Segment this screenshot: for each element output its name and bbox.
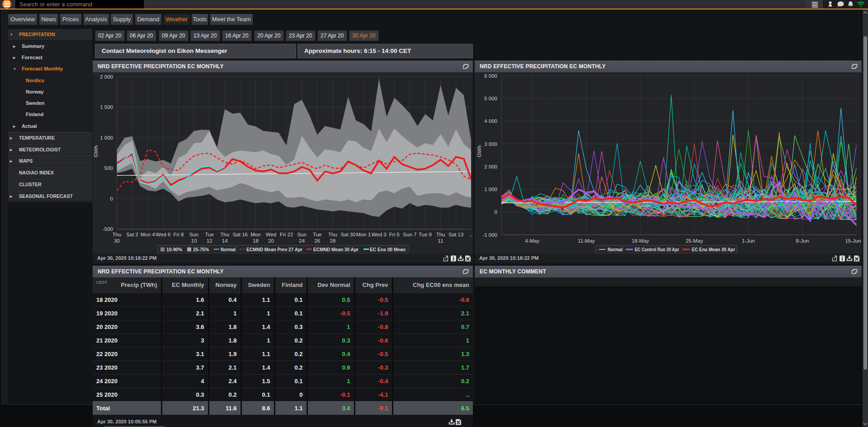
svg-text:24: 24 <box>299 238 305 244</box>
svg-text:Normal: Normal <box>608 247 623 252</box>
svg-text:11: 11 <box>438 238 443 244</box>
svg-text:Normal: Normal <box>221 247 236 252</box>
svg-text:2 000: 2 000 <box>100 74 113 80</box>
svg-text:Thu: Thu <box>328 232 337 237</box>
svg-text:25-75%: 25-75% <box>193 247 209 252</box>
svg-text:Sat 13: Sat 13 <box>448 232 463 237</box>
svg-text:500: 500 <box>104 165 113 171</box>
svg-text:ECMND Mean Prev 27 Apr: ECMND Mean Prev 27 Apr <box>246 247 302 252</box>
svg-text:Sat 16: Sat 16 <box>233 232 248 237</box>
svg-text:30: 30 <box>114 238 120 244</box>
svg-text:18-May: 18-May <box>632 238 649 244</box>
svg-text:Thu: Thu <box>220 232 229 237</box>
svg-text:6 000: 6 000 <box>484 73 497 79</box>
svg-text:ECMND Mean 30 Apr: ECMND Mean 30 Apr <box>313 247 359 252</box>
svg-text:0: 0 <box>495 209 497 215</box>
svg-text:11-May: 11-May <box>578 238 595 244</box>
svg-text:20: 20 <box>268 238 274 244</box>
svg-text:Fri 5: Fri 5 <box>389 232 400 237</box>
svg-text:26: 26 <box>314 238 320 244</box>
svg-text:1 000: 1 000 <box>100 135 113 141</box>
svg-text:4-May: 4-May <box>525 238 539 244</box>
svg-text:EC Control Run 30 Apr: EC Control Run 30 Apr <box>635 247 679 252</box>
svg-text:...: ... <box>469 232 473 237</box>
svg-text:Thu: Thu <box>436 232 445 237</box>
svg-text:Mon 4: Mon 4 <box>141 232 156 237</box>
svg-text:2 000: 2 000 <box>484 164 497 169</box>
svg-text:25-May: 25-May <box>686 238 703 244</box>
svg-text:Tue: Tue <box>313 232 321 237</box>
svg-text:-1 000: -1 000 <box>482 232 497 238</box>
svg-text:0: 0 <box>110 196 113 202</box>
svg-text:18: 18 <box>253 238 259 244</box>
svg-text:EC Ens Mean 30 Apr: EC Ens Mean 30 Apr <box>692 247 735 252</box>
svg-text:Fri 22: Fri 22 <box>280 232 293 237</box>
svg-text:Wed 3: Wed 3 <box>372 232 387 237</box>
svg-text:10-90%: 10-90% <box>166 247 183 252</box>
svg-text:14: 14 <box>222 238 228 244</box>
svg-text:10: 10 <box>191 238 197 244</box>
svg-text:1-Jun: 1-Jun <box>742 238 755 244</box>
svg-text:Mon 1: Mon 1 <box>356 232 371 237</box>
svg-text:GWh: GWh <box>93 145 99 157</box>
svg-text:Sat 30: Sat 30 <box>340 232 355 237</box>
svg-text:Tue: Tue <box>205 232 213 237</box>
svg-text:15-Jun: 15-Jun <box>845 238 861 244</box>
svg-text:Sun 7: Sun 7 <box>403 232 416 237</box>
svg-text:1 500: 1 500 <box>100 104 113 110</box>
svg-text:Wed 6: Wed 6 <box>156 232 170 237</box>
svg-text:Mon: Mon <box>250 232 260 237</box>
svg-text:12: 12 <box>207 238 212 244</box>
svg-text:GWh: GWh <box>476 145 482 157</box>
svg-text:Tue 9: Tue 9 <box>419 232 432 237</box>
svg-text:1 000: 1 000 <box>484 187 497 192</box>
svg-text:Sat 2: Sat 2 <box>126 232 138 237</box>
svg-text:5 000: 5 000 <box>484 96 497 101</box>
svg-text:4 000: 4 000 <box>484 118 497 124</box>
svg-text:Sun: Sun <box>297 232 306 237</box>
svg-text:28: 28 <box>330 238 336 244</box>
svg-text:Wed: Wed <box>266 232 276 237</box>
svg-text:Sun: Sun <box>189 232 198 237</box>
svg-text:Fri 8: Fri 8 <box>173 232 184 237</box>
svg-text:8-Jun: 8-Jun <box>796 238 809 244</box>
svg-text:3 000: 3 000 <box>484 141 497 147</box>
svg-text:EC Ens 00 Mean: EC Ens 00 Mean <box>370 247 406 252</box>
svg-text:Thu: Thu <box>113 232 122 237</box>
svg-text:-500: -500 <box>103 226 113 232</box>
